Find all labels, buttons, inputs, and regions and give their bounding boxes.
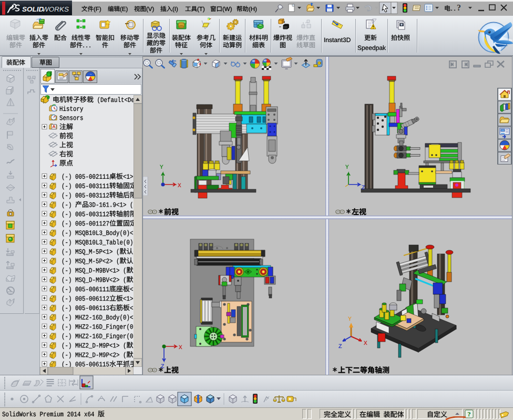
svg-text:?: ? [467,410,471,418]
